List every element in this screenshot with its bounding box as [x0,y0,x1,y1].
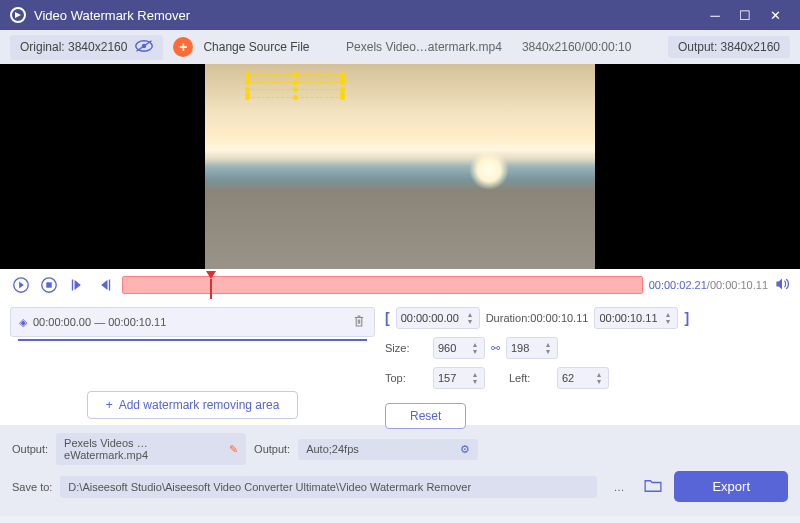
maximize-button[interactable]: ☐ [730,0,760,30]
timeline-time: 00:00:02.21/00:00:10.11 [649,279,768,291]
play-button[interactable] [10,274,32,296]
area-progress [18,339,367,341]
volume-icon[interactable] [774,276,790,294]
top-input[interactable]: ▴▾ [433,367,485,389]
start-time-input[interactable]: ▴▾ [396,307,480,329]
plus-icon: + [106,398,113,412]
output-label: Output: [12,443,48,455]
area-range-label: 00:00:00.00 — 00:00:10.11 [33,316,166,328]
change-source-button[interactable]: Change Source File [203,40,309,54]
down-icon[interactable]: ▾ [470,378,480,385]
minimize-button[interactable]: ─ [700,0,730,30]
down-icon[interactable]: ▾ [594,378,604,385]
playhead-icon[interactable] [206,271,216,279]
video-preview[interactable] [0,64,800,269]
preview-toggle-icon[interactable] [135,39,153,56]
stop-button[interactable] [38,274,60,296]
down-icon[interactable]: ▾ [663,318,673,325]
toolbar: Original: 3840x2160 + Change Source File… [0,30,800,64]
format-settings-icon[interactable]: ⚙ [460,443,470,456]
original-resolution-label: Original: 3840x2160 [20,40,127,54]
reset-button[interactable]: Reset [385,403,466,429]
titlebar: Video Watermark Remover ─ ☐ ✕ [0,0,800,30]
add-area-button[interactable]: +Add watermark removing area [87,391,299,419]
timeline-scrubber[interactable] [122,276,643,294]
width-input[interactable]: ▴▾ [433,337,485,359]
save-to-label: Save to: [12,481,52,493]
mark-out-button[interactable] [94,274,116,296]
areas-list: ◈ 00:00:00.00 — 00:00:10.11 +Add waterma… [10,307,375,419]
bottom-bar: Output: Pexels Videos …eWatermark.mp4✎ O… [0,425,800,516]
end-time-input[interactable]: ▴▾ [594,307,678,329]
save-path-box: D:\Aiseesoft Studio\Aiseesoft Video Conv… [60,476,597,498]
add-source-icon[interactable]: + [173,37,193,57]
player-controls: 00:00:02.21/00:00:10.11 [0,269,800,301]
selection-box-2[interactable] [247,89,343,98]
svg-rect-5 [46,282,51,287]
original-resolution-badge: Original: 3840x2160 [10,35,163,60]
delete-area-icon[interactable] [352,314,366,330]
down-icon[interactable]: ▾ [465,318,475,325]
left-label: Left: [509,372,551,384]
output-format-label: Output: [254,443,290,455]
clip-settings: [ ▴▾ Duration:00:00:10.11 ▴▾ ] Size: ▴▾ … [385,307,790,419]
source-meta: 3840x2160/00:00:10 [522,40,631,54]
selection-box-1[interactable] [247,74,343,83]
output-format-box[interactable]: Auto;24fps⚙ [298,439,478,460]
output-filename-box[interactable]: Pexels Videos …eWatermark.mp4✎ [56,433,246,465]
app-logo-icon [10,7,26,23]
settings-pane: ◈ 00:00:00.00 — 00:00:10.11 +Add waterma… [0,301,800,425]
source-filename: Pexels Video…atermark.mp4 [346,40,502,54]
app-title: Video Watermark Remover [34,8,190,23]
link-aspect-icon[interactable]: ⚯ [491,342,500,355]
size-label: Size: [385,342,427,354]
top-label: Top: [385,372,427,384]
eraser-icon: ◈ [19,316,27,329]
close-button[interactable]: ✕ [760,0,790,30]
mark-in-button[interactable] [66,274,88,296]
export-button[interactable]: Export [674,471,788,502]
duration-label: Duration:00:00:10.11 [486,312,589,324]
area-item[interactable]: ◈ 00:00:00.00 — 00:00:10.11 [10,307,375,337]
edit-filename-icon[interactable]: ✎ [229,443,238,456]
output-resolution-badge: Output: 3840x2160 [668,36,790,58]
open-folder-icon[interactable] [640,475,666,499]
down-icon[interactable]: ▾ [543,348,553,355]
down-icon[interactable]: ▾ [470,348,480,355]
height-input[interactable]: ▴▾ [506,337,558,359]
video-frame[interactable] [205,64,595,269]
left-input[interactable]: ▴▾ [557,367,609,389]
browse-path-button[interactable]: … [605,477,632,497]
bracket-left-icon[interactable]: [ [385,310,390,326]
bracket-right-icon[interactable]: ] [684,310,689,326]
